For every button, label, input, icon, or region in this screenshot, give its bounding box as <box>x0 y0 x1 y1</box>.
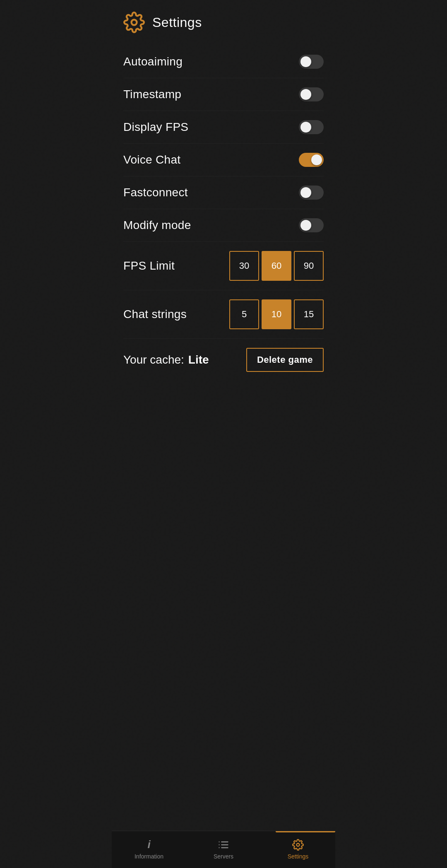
autoaiming-label: Autoaiming <box>123 55 183 68</box>
display-fps-label: Display FPS <box>123 121 188 134</box>
voice-chat-track <box>299 153 324 167</box>
cache-label: Your cache: <box>123 353 184 366</box>
timestamp-row: Timestamp <box>123 78 324 111</box>
fps-limit-group: 30 60 90 <box>229 251 324 281</box>
display-fps-track <box>299 120 324 134</box>
fps-90-button[interactable]: 90 <box>294 251 324 281</box>
settings-list: Autoaiming Timestamp Display FPS <box>112 41 335 610</box>
autoaiming-row: Autoaiming <box>123 46 324 78</box>
modify-mode-label: Modify mode <box>123 219 191 232</box>
fastconnect-thumb <box>300 187 311 198</box>
display-fps-toggle[interactable] <box>299 120 324 134</box>
timestamp-toggle[interactable] <box>299 87 324 101</box>
fastconnect-label: Fastconnect <box>123 186 188 199</box>
nav-servers[interactable]: Servers <box>186 831 261 868</box>
bottom-nav: i Information Servers <box>112 831 335 868</box>
fastconnect-row: Fastconnect <box>123 176 324 209</box>
nav-information[interactable]: i Information <box>112 831 186 868</box>
fastconnect-toggle[interactable] <box>299 186 324 200</box>
autoaiming-track <box>299 55 324 69</box>
gear-icon-nav <box>291 838 305 851</box>
fps-60-button[interactable]: 60 <box>262 251 291 281</box>
delete-game-button[interactable]: Delete game <box>246 348 324 372</box>
fastconnect-track <box>299 186 324 200</box>
fps-limit-label: FPS Limit <box>123 259 175 272</box>
chat-10-button[interactable]: 10 <box>262 299 291 329</box>
chat-strings-group: 5 10 15 <box>229 299 324 329</box>
voice-chat-row: Voice Chat <box>123 144 324 176</box>
display-fps-thumb <box>300 122 311 133</box>
chat-strings-row: Chat strings 5 10 15 <box>123 290 324 339</box>
timestamp-label: Timestamp <box>123 88 181 101</box>
header: Settings <box>112 0 335 41</box>
chat-15-button[interactable]: 15 <box>294 299 324 329</box>
nav-information-label: Information <box>135 853 163 860</box>
servers-icon <box>217 838 230 851</box>
timestamp-thumb <box>300 89 311 100</box>
modify-mode-thumb <box>300 220 311 231</box>
content-spacer <box>112 610 335 831</box>
modify-mode-track <box>299 218 324 232</box>
info-icon: i <box>142 838 156 851</box>
cache-row: Your cache: Lite Delete game <box>123 339 324 381</box>
svg-point-7 <box>297 843 300 846</box>
nav-servers-label: Servers <box>214 853 233 860</box>
display-fps-row: Display FPS <box>123 111 324 144</box>
gear-icon-header <box>123 12 145 33</box>
modify-mode-toggle[interactable] <box>299 218 324 232</box>
autoaiming-toggle[interactable] <box>299 55 324 69</box>
page-title: Settings <box>152 15 202 30</box>
cache-value: Lite <box>188 353 209 366</box>
voice-chat-thumb <box>311 154 322 165</box>
fps-30-button[interactable]: 30 <box>229 251 259 281</box>
modify-mode-row: Modify mode <box>123 209 324 242</box>
fps-limit-row: FPS Limit 30 60 90 <box>123 242 324 290</box>
autoaiming-thumb <box>300 56 311 67</box>
chat-5-button[interactable]: 5 <box>229 299 259 329</box>
svg-point-0 <box>132 20 137 25</box>
voice-chat-label: Voice Chat <box>123 153 180 166</box>
nav-settings[interactable]: Settings <box>261 831 335 868</box>
voice-chat-toggle[interactable] <box>299 153 324 167</box>
timestamp-track <box>299 87 324 101</box>
cache-info: Your cache: Lite <box>123 353 209 366</box>
page-wrapper: Settings Autoaiming Timestamp Display FP… <box>112 0 335 868</box>
chat-strings-label: Chat strings <box>123 308 187 321</box>
nav-settings-label: Settings <box>288 853 309 860</box>
